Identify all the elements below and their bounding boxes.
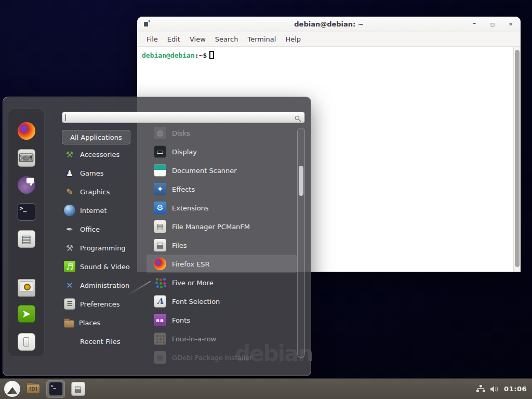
menu-button[interactable] bbox=[4, 381, 20, 397]
extensions-icon: ⚙ bbox=[154, 202, 166, 214]
prompt-suffix: :~$ bbox=[195, 51, 207, 59]
favorites-panel: ⌨▤➤ bbox=[8, 109, 45, 357]
terminal-menu-view[interactable]: View bbox=[185, 33, 210, 45]
favorite-firefox[interactable] bbox=[16, 120, 37, 142]
screen: debian debian@debian: ~ FileEditViewSear… bbox=[0, 0, 532, 399]
files-icon: ▤ bbox=[154, 239, 166, 251]
accessories-icon: ⚒ bbox=[64, 149, 75, 160]
network-icon[interactable] bbox=[476, 384, 485, 394]
app-effects[interactable]: ✦Effects bbox=[147, 180, 297, 198]
category-office[interactable]: ✒Office bbox=[62, 220, 146, 238]
font-selection-icon: A bbox=[154, 295, 166, 308]
lock-screen-button[interactable] bbox=[16, 277, 37, 299]
sound-video-icon: ♬ bbox=[64, 261, 75, 272]
app-firefox-esr[interactable]: Firefox ESR bbox=[147, 255, 297, 273]
category-programming[interactable]: ⚒Programming bbox=[62, 238, 146, 257]
logout-icon: ➤ bbox=[18, 305, 35, 323]
launcher-terminal[interactable] bbox=[46, 380, 65, 398]
terminal-scrollbar-thumb[interactable] bbox=[515, 50, 520, 267]
programming-icon: ⚒ bbox=[64, 242, 75, 254]
app-file-manager-pcmanfm[interactable]: ▤File Manager PCManFM bbox=[147, 217, 297, 236]
document-scanner-icon bbox=[154, 164, 166, 177]
file-cabinet-icon: ▤ bbox=[71, 382, 85, 396]
close-button[interactable] bbox=[507, 21, 514, 28]
office-icon: ✒ bbox=[64, 223, 75, 235]
category-games[interactable]: ♟Games bbox=[62, 164, 146, 182]
display-icon: ▭ bbox=[154, 145, 166, 158]
app-display[interactable]: ▭Display bbox=[147, 142, 297, 161]
clock[interactable]: 01:06 bbox=[504, 385, 527, 393]
terminal-scrollbar[interactable] bbox=[513, 47, 521, 272]
window-controls bbox=[471, 17, 514, 32]
window-icon bbox=[144, 22, 148, 26]
games-icon: ♟ bbox=[64, 167, 75, 179]
favorite-pidgin[interactable] bbox=[16, 174, 37, 196]
shutdown-button[interactable] bbox=[16, 331, 37, 353]
terminal-menubar: FileEditViewSearchTerminalHelp bbox=[137, 32, 521, 47]
administration-icon: ✕ bbox=[64, 280, 75, 291]
gdebi-icon: ▦ bbox=[154, 351, 166, 364]
taskbar-launchers: [D]▤ bbox=[20, 380, 87, 398]
app-gdebi-package-installer[interactable]: ▦GDebi Package Installer bbox=[147, 348, 297, 367]
app-four-in-a-row[interactable]: Four-in-a-row bbox=[147, 329, 297, 348]
maximize-button[interactable] bbox=[489, 21, 496, 28]
category-recent-files[interactable]: Recent Files bbox=[62, 332, 146, 351]
launcher-desktop-folder[interactable]: [D] bbox=[24, 380, 43, 398]
category-preferences[interactable]: ☰Preferences bbox=[62, 295, 146, 313]
app-document-scanner[interactable]: Document Scanner bbox=[147, 161, 297, 180]
favorite-files[interactable]: ▤ bbox=[16, 228, 37, 250]
menu-scrollbar-thumb[interactable] bbox=[299, 166, 303, 196]
folder-d-icon: [D] bbox=[26, 384, 40, 394]
terminal-menu-edit[interactable]: Edit bbox=[163, 33, 185, 45]
category-places[interactable]: Places bbox=[62, 313, 146, 332]
app-fonts[interactable]: aaFonts bbox=[147, 311, 297, 329]
minimize-button[interactable] bbox=[471, 21, 478, 28]
terminal-menu-help[interactable]: Help bbox=[281, 33, 305, 45]
shutdown-icon bbox=[18, 333, 35, 351]
internet-icon bbox=[64, 205, 75, 216]
app-five-or-more[interactable]: Five or More bbox=[147, 273, 297, 292]
file-manager-icon: ▤ bbox=[154, 220, 166, 233]
preferences-icon: ☰ bbox=[64, 298, 75, 310]
lock-screen-icon bbox=[18, 279, 35, 297]
app-files[interactable]: ▤Files bbox=[147, 236, 297, 255]
category-accessories[interactable]: ⚒Accessories bbox=[62, 145, 146, 164]
search-box[interactable] bbox=[62, 112, 305, 123]
prompt-user-host: debian@debian bbox=[142, 51, 195, 59]
favorite-input-config[interactable]: ⌨ bbox=[16, 147, 37, 169]
app-font-selection[interactable]: AFont Selection bbox=[147, 292, 297, 311]
window-title: debian@debian: ~ bbox=[294, 20, 363, 28]
firefox-icon bbox=[18, 122, 35, 140]
pidgin-icon bbox=[18, 176, 35, 194]
taskbar: [D]▤ 01:06 bbox=[0, 378, 532, 399]
search-input[interactable] bbox=[64, 113, 292, 122]
effects-icon: ✦ bbox=[154, 183, 166, 195]
terminal-menu-terminal[interactable]: Terminal bbox=[243, 33, 281, 45]
favorite-terminal[interactable] bbox=[16, 201, 37, 223]
keyboard-icon: ⌨ bbox=[18, 149, 35, 167]
filter-all-applications[interactable]: All Applications bbox=[62, 130, 130, 144]
terminal-icon bbox=[49, 382, 63, 396]
logout-button[interactable]: ➤ bbox=[16, 303, 37, 325]
volume-icon[interactable] bbox=[490, 384, 499, 394]
five-or-more-icon bbox=[154, 276, 166, 289]
firefox-icon bbox=[154, 258, 166, 270]
terminal-cursor bbox=[209, 51, 214, 59]
terminal-titlebar[interactable]: debian@debian: ~ bbox=[137, 17, 521, 32]
file-cabinet-icon: ▤ bbox=[18, 230, 35, 248]
terminal-prompt: debian@debian:~$ bbox=[142, 51, 214, 59]
graphics-icon: ✎ bbox=[64, 186, 75, 197]
app-extensions[interactable]: ⚙Extensions bbox=[147, 198, 297, 217]
application-list: ◍Disks▭DisplayDocument Scanner✦Effects⚙E… bbox=[147, 124, 297, 367]
terminal-icon bbox=[18, 203, 35, 221]
category-internet[interactable]: Internet bbox=[62, 201, 146, 220]
app-disks[interactable]: ◍Disks bbox=[147, 124, 297, 142]
category-graphics[interactable]: ✎Graphics bbox=[62, 182, 146, 201]
disks-icon: ◍ bbox=[154, 127, 166, 139]
fonts-icon: aa bbox=[154, 314, 166, 326]
category-sound-video[interactable]: ♬Sound & Video bbox=[62, 257, 146, 276]
menu-scrollbar[interactable] bbox=[297, 128, 305, 358]
terminal-menu-file[interactable]: File bbox=[142, 33, 163, 45]
launcher-file-manager[interactable]: ▤ bbox=[69, 380, 87, 398]
terminal-menu-search[interactable]: Search bbox=[210, 33, 243, 45]
